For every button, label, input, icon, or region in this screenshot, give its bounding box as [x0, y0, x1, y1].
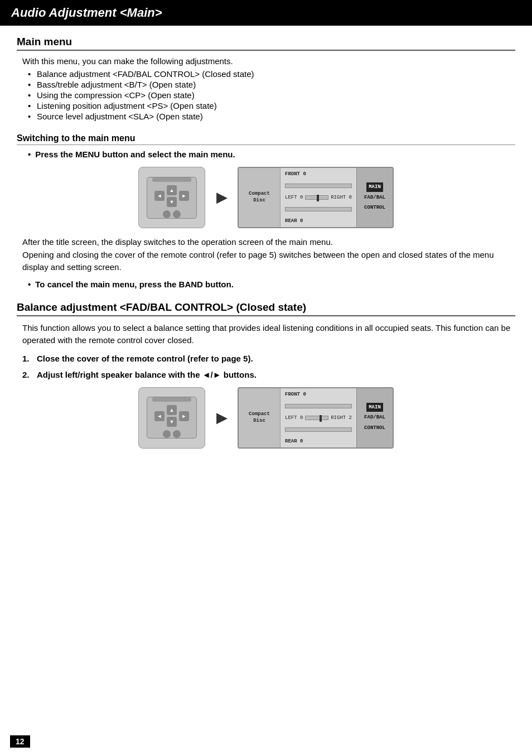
- content-area: Main menu With this menu, you can make t…: [0, 36, 532, 449]
- remote-device-image-2: ◄ ▲ ▼ ►: [138, 387, 205, 449]
- page-number: 12: [10, 735, 30, 748]
- lr-bar-2: [305, 416, 328, 420]
- display-right-1: MAIN FAD/BAL CONTROL: [356, 168, 393, 227]
- balance-section: Balance adjustment <FAD/BAL CONTROL> (Cl…: [17, 301, 515, 449]
- step-2: 2. Adjust left/right speaker balance wit…: [22, 370, 515, 379]
- left-label-1: LEFT 0: [285, 195, 303, 200]
- diagram-2: ◄ ▲ ▼ ► ▶: [17, 387, 515, 449]
- menu-item-fadbad-2: FAD/BAL: [362, 413, 388, 422]
- arrow-icon-2: ▶: [216, 410, 226, 426]
- switching-heading: Switching to the main menu: [17, 133, 515, 145]
- menu-item-control-1: CONTROL: [362, 203, 388, 212]
- main-menu-intro: With this menu, you can make the followi…: [22, 56, 515, 66]
- remote-device-image-1: ◄ ▲ ▼ ►: [138, 167, 205, 228]
- front-label-1: FRONT 0: [285, 171, 352, 177]
- press-menu-instruction: Press the MENU button and select the mai…: [28, 150, 515, 159]
- bullet-item: Listening position adjustment <PS> (Open…: [28, 101, 515, 110]
- switching-section: Switching to the main menu Press the MEN…: [17, 133, 515, 289]
- menu-item-control-2: CONTROL: [362, 423, 388, 432]
- menu-item-fadbad-1: FAD/BAL: [362, 193, 388, 202]
- numbered-steps: 1. Close the cover of the remote control…: [22, 354, 515, 379]
- menu-item-main-2: MAIN: [366, 403, 383, 412]
- balance-heading: Balance adjustment <FAD/BAL CONTROL> (Cl…: [17, 301, 515, 316]
- diagram-1: ◄ ▲ ▼ ► ▶: [17, 167, 515, 228]
- right-label-1: RIGHT 0: [331, 195, 352, 200]
- bullet-item: Balance adjustment <FAD/BAL CONTROL> (Cl…: [28, 69, 515, 79]
- display-left-1: Compact Disc: [239, 168, 280, 227]
- left-label-2: LEFT 0: [285, 415, 303, 421]
- bullet-item: Bass/treble adjustment <B/T> (Open state…: [28, 80, 515, 89]
- display-center-1: FRONT 0 LEFT 0 RIGHT 0 REAR 0: [280, 168, 356, 227]
- display-screen-2: Compact Disc FRONT 0 LEFT 0 RIGHT 2: [238, 387, 394, 449]
- display-left-2: Compact Disc: [239, 388, 280, 447]
- rear-label-1: REAR 0: [285, 218, 352, 224]
- bullet-item: Using the compression <CP> (Open state): [28, 90, 515, 100]
- right-label-2: RIGHT 2: [331, 415, 352, 421]
- rear-label-2: REAR 0: [285, 439, 352, 444]
- front-label-2: FRONT 0: [285, 392, 352, 397]
- menu-item-main-1: MAIN: [366, 182, 383, 191]
- display-screen-1: Compact Disc FRONT 0 LEFT 0 RIGHT 0: [238, 167, 394, 228]
- arrow-icon-1: ▶: [216, 190, 226, 205]
- title-bar: Audio Adjustment <Main>: [0, 0, 532, 26]
- display-right-2: MAIN FAD/BAL CONTROL: [356, 388, 393, 447]
- lr-bar-row-1: LEFT 0 RIGHT 0: [285, 195, 352, 200]
- main-menu-bullets: Balance adjustment <FAD/BAL CONTROL> (Cl…: [28, 69, 515, 121]
- cancel-note: To cancel the main menu, press the BAND …: [28, 280, 515, 289]
- bullet-item: Source level adjustment <SLA> (Open stat…: [28, 112, 515, 121]
- page-container: Audio Adjustment <Main> Main menu With t…: [0, 0, 532, 756]
- lr-bar-1: [305, 195, 328, 200]
- balance-desc: This function allows you to select a bal…: [22, 322, 515, 347]
- display-center-2: FRONT 0 LEFT 0 RIGHT 2 REAR 0: [280, 388, 356, 447]
- page-title: Audio Adjustment <Main>: [11, 6, 521, 20]
- after-note-1: After the title screen, the display swit…: [22, 236, 515, 274]
- main-menu-section: Main menu With this menu, you can make t…: [17, 36, 515, 121]
- step-1: 1. Close the cover of the remote control…: [22, 354, 515, 363]
- main-menu-heading: Main menu: [17, 36, 515, 51]
- lr-bar-row-2: LEFT 0 RIGHT 2: [285, 415, 352, 421]
